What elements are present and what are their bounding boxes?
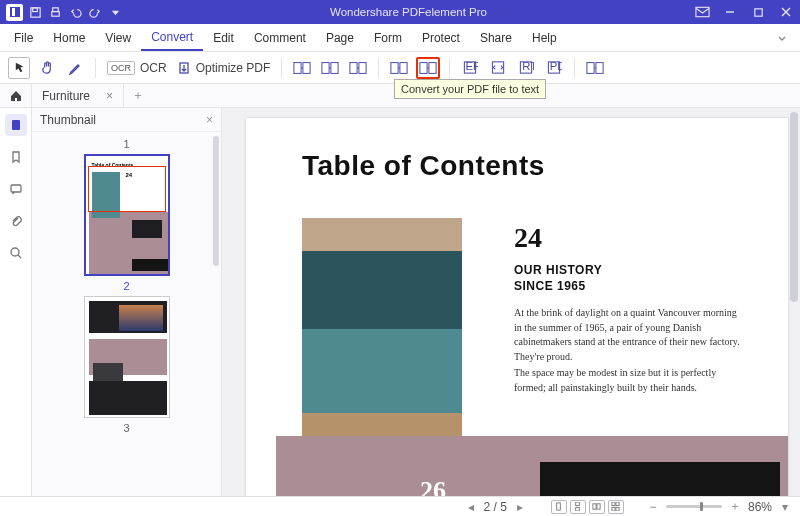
tab-label: Furniture: [42, 89, 90, 103]
save-icon[interactable]: [27, 4, 43, 20]
ocr-button[interactable]: OCR OCR: [105, 57, 169, 79]
zoom-in-icon[interactable]: ＋: [728, 498, 742, 515]
view-facing-cont-icon[interactable]: [608, 500, 624, 514]
ocr-label: OCR: [140, 61, 167, 75]
svg-rect-21: [429, 62, 436, 73]
svg-text:PDF: PDF: [550, 60, 562, 72]
convert-other-icon[interactable]: [584, 57, 606, 79]
svg-rect-20: [420, 62, 427, 73]
tab-close-icon[interactable]: ×: [106, 89, 113, 103]
convert-to-excel-icon[interactable]: [319, 57, 341, 79]
convert-to-rtf-icon[interactable]: RTF: [515, 57, 537, 79]
optimize-icon: [177, 61, 191, 75]
ribbon-collapse-icon[interactable]: [768, 24, 796, 51]
menu-view[interactable]: View: [95, 24, 141, 51]
thumbnail-page-1[interactable]: Table of Contents 24: [84, 154, 170, 276]
svg-rect-6: [695, 7, 708, 16]
convert-to-ppt-icon[interactable]: [347, 57, 369, 79]
entry-24-para-2: The space may be modest in size but it i…: [514, 366, 744, 395]
menu-file[interactable]: File: [4, 24, 43, 51]
menu-share[interactable]: Share: [470, 24, 522, 51]
edit-tool-icon[interactable]: [64, 57, 86, 79]
tab-add-icon[interactable]: ＋: [124, 84, 152, 107]
window-close-icon[interactable]: [772, 0, 800, 24]
svg-rect-42: [612, 507, 615, 511]
window-minimize-icon[interactable]: [716, 0, 744, 24]
convert-to-word-icon[interactable]: [291, 57, 313, 79]
ocr-badge: OCR: [107, 61, 135, 75]
view-facing-icon[interactable]: [589, 500, 605, 514]
zoom-out-icon[interactable]: −: [646, 500, 660, 514]
rail-search-icon[interactable]: [5, 242, 27, 264]
convert-to-image-icon[interactable]: [388, 57, 410, 79]
convert-to-epub-icon[interactable]: EPUB: [459, 57, 481, 79]
qat-dropdown-icon[interactable]: [107, 4, 123, 20]
menu-help[interactable]: Help: [522, 24, 567, 51]
svg-rect-38: [593, 504, 596, 509]
menu-convert[interactable]: Convert: [141, 24, 203, 51]
page-indicator: 2 / 5: [484, 500, 507, 514]
zoom-slider[interactable]: [666, 505, 722, 508]
view-mode-group: [551, 500, 624, 514]
redo-icon[interactable]: [87, 4, 103, 20]
thumbnail-panel-close-icon[interactable]: ×: [206, 113, 213, 127]
menubar: File Home View Convert Edit Comment Page…: [0, 24, 800, 52]
svg-rect-29: [587, 62, 594, 73]
entry-24-number: 24: [514, 222, 542, 254]
svg-rect-14: [322, 62, 329, 73]
view-continuous-icon[interactable]: [570, 500, 586, 514]
svg-rect-5: [52, 7, 58, 11]
rail-bookmarks-icon[interactable]: [5, 146, 27, 168]
menu-protect[interactable]: Protect: [412, 24, 470, 51]
page-scrollbar-vertical[interactable]: [790, 112, 798, 302]
print-icon[interactable]: [47, 4, 63, 20]
svg-text:EPUB: EPUB: [466, 60, 479, 72]
tab-furniture[interactable]: Furniture ×: [32, 84, 124, 107]
menu-comment[interactable]: Comment: [244, 24, 316, 51]
svg-rect-31: [12, 120, 20, 130]
svg-point-33: [11, 248, 19, 256]
page-next-icon[interactable]: ▸: [513, 500, 527, 514]
menu-page[interactable]: Page: [316, 24, 364, 51]
workspace: Thumbnail × 1 Table of Contents 24 2 3: [0, 108, 800, 496]
svg-rect-3: [32, 7, 37, 11]
svg-rect-16: [350, 62, 357, 73]
tooltip: Convert your PDF file to text: [394, 79, 546, 99]
convert-to-html-icon[interactable]: [487, 57, 509, 79]
rail-comments-icon[interactable]: [5, 178, 27, 200]
page-prev-icon[interactable]: ◂: [464, 500, 478, 514]
rail-attachments-icon[interactable]: [5, 210, 27, 232]
menu-form[interactable]: Form: [364, 24, 412, 51]
undo-icon[interactable]: [67, 4, 83, 20]
viewport-indicator: [88, 166, 166, 212]
svg-rect-8: [754, 8, 761, 15]
zoom-dropdown-icon[interactable]: ▾: [778, 500, 792, 514]
mail-icon[interactable]: [688, 0, 716, 24]
tab-home-icon[interactable]: [0, 84, 32, 107]
menu-edit[interactable]: Edit: [203, 24, 244, 51]
svg-rect-15: [331, 62, 338, 73]
zoom-percent: 86%: [748, 500, 772, 514]
thumb-scrollbar[interactable]: [213, 136, 219, 266]
optimize-pdf-button[interactable]: Optimize PDF: [175, 57, 273, 79]
thumbnail-header: Thumbnail ×: [32, 108, 221, 132]
statusbar: ◂ 2 / 5 ▸ − ＋ 86% ▾: [0, 496, 800, 516]
svg-rect-30: [596, 62, 603, 73]
page-view[interactable]: Table of Contents 24 OUR HISTORY SINCE 1…: [222, 108, 800, 496]
thumbnail-page-2[interactable]: [84, 296, 170, 418]
convert-to-text-icon[interactable]: [416, 57, 440, 79]
side-rail: [0, 108, 32, 496]
select-tool-icon[interactable]: [8, 57, 30, 79]
thumb-page-number: 3: [32, 422, 221, 434]
menu-home[interactable]: Home: [43, 24, 95, 51]
view-single-icon[interactable]: [551, 500, 567, 514]
convert-to-pdfa-icon[interactable]: PDF: [543, 57, 565, 79]
window-maximize-icon[interactable]: [744, 0, 772, 24]
toc-title: Table of Contents: [302, 150, 545, 182]
svg-rect-36: [576, 502, 580, 506]
window-title: Wondershare PDFelement Pro: [129, 6, 688, 18]
svg-line-34: [18, 255, 21, 258]
hand-tool-icon[interactable]: [36, 57, 58, 79]
rail-thumbnails-icon[interactable]: [5, 114, 27, 136]
thumbnail-title: Thumbnail: [40, 113, 96, 127]
